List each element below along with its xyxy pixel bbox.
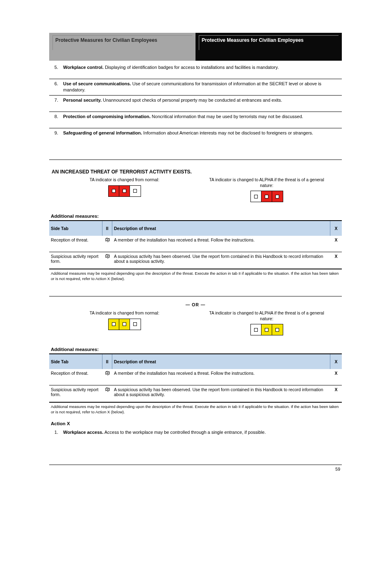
action-x-heading: Action X (51, 421, 342, 426)
dot-icon (275, 195, 279, 198)
cell-ii-icon: 卬 (102, 253, 112, 268)
indicator-boxes-left (108, 185, 141, 197)
cell-threat: A suspicious activity has been observed.… (112, 253, 330, 268)
indicator-right-caption: TA indicator is changed to ALPHA if the … (208, 310, 325, 321)
threat-table-b: Side Tab II Description of threat X Rece… (49, 353, 342, 403)
dot-icon (123, 322, 126, 326)
indicator-boxes-right (250, 191, 283, 202)
indicator-left-caption: TA indicator is changed from normal: (66, 310, 183, 316)
cell-threat: A suspicious activity has been observed.… (112, 386, 330, 401)
rule-number: 9. (49, 130, 61, 144)
section-divider (49, 160, 342, 160)
dot-icon (133, 322, 137, 326)
page-root: Protective Measures for Civilian Employe… (0, 0, 391, 496)
cell-threat: A member of the installation has receive… (112, 237, 330, 251)
rule-number: 5. (49, 64, 61, 78)
rule-body: Unannounced spot checks of personal prop… (103, 98, 282, 103)
rule-label: Safeguarding of general information. (63, 130, 142, 135)
dot-icon (112, 322, 116, 326)
th-act: X (330, 221, 342, 236)
dot-icon (112, 189, 116, 193)
indicator-row-red: TA indicator is changed from normal: TA … (49, 177, 342, 202)
indicator-box-yellow (261, 324, 272, 335)
table-footnote-a: Additional measures may be required depe… (49, 271, 342, 281)
th-ii: II (102, 354, 112, 369)
cell-ii-icon: 卬 (102, 386, 112, 401)
dot-icon (254, 195, 258, 198)
rule-row: 9. Safeguarding of general information. … (49, 128, 342, 145)
rule-label: Protection of compromising information. (63, 114, 150, 119)
indicator-row-yellow: TA indicator is changed from normal: TA … (49, 310, 342, 335)
table-header: Side Tab II Description of threat X (49, 221, 342, 236)
cell-act: X (330, 370, 342, 384)
rule-row: 8. Protection of compromising informatio… (49, 112, 342, 128)
rule-number: 6. (49, 81, 61, 94)
indicator-box-yellow (109, 319, 119, 330)
cell-ii-icon: 卬 (102, 237, 112, 251)
tab-left-label: Protective Measures for Civilian Employe… (52, 35, 192, 50)
rule-body: Displaying of identification badges for … (105, 65, 279, 70)
cell-side: Suspicious activity report form. (49, 253, 102, 268)
rule-body: Information about American interests may… (143, 130, 314, 135)
header-tabs: Protective Measures for Civilian Employe… (49, 33, 342, 61)
indicator-box-yellow (119, 319, 130, 330)
cell-side: Reception of threat. (49, 370, 102, 384)
indicator-right: TA indicator is changed to ALPHA if the … (208, 310, 325, 335)
th-side: Side Tab (49, 221, 102, 236)
rule-number: 8. (49, 114, 61, 127)
tab-right: Protective Measures for Civilian Employe… (196, 33, 342, 61)
rule-label: Personal security. (63, 98, 102, 103)
cell-act: X (330, 253, 342, 268)
rules-list: 5. Workplace control. Displaying of iden… (49, 63, 342, 145)
rule-number: 7. (49, 97, 61, 111)
th-ii: II (102, 221, 112, 236)
indicator-box-red (119, 186, 130, 196)
cell-ii-icon: 卬 (102, 370, 112, 384)
tab-left: Protective Measures for Civilian Employe… (49, 33, 196, 61)
indicator-box-red (272, 191, 283, 202)
indicator-boxes-right (250, 324, 283, 335)
cell-act: X (330, 386, 342, 401)
th-act: X (330, 354, 342, 369)
dot-icon (123, 189, 126, 193)
indicator-right-caption: TA indicator is changed to ALPHA if the … (208, 177, 325, 188)
dot-icon (254, 328, 258, 332)
rule-row: 6. Use of secure communications. Use of … (49, 79, 342, 96)
rule-body: Access to the workplace may be controlle… (105, 430, 266, 435)
indicator-box-red (261, 191, 272, 202)
rule-number: 1. (49, 429, 61, 443)
indicator-left: TA indicator is changed from normal: (66, 310, 183, 330)
rule-row: 7. Personal security. Unannounced spot c… (49, 96, 342, 112)
cell-threat: A member of the installation has receive… (112, 370, 330, 384)
table-row: Reception of threat. 卬 A member of the i… (49, 236, 342, 252)
tab-right-label: Protective Measures for Civilian Employe… (199, 35, 339, 50)
table-footnote-b: Additional measures may be required depe… (49, 404, 342, 415)
subhead-additional-a: Additional measures: (51, 214, 342, 219)
indicator-left: TA indicator is changed from normal: (66, 177, 183, 197)
cell-act: X (330, 237, 342, 251)
indicator-box-yellow (272, 324, 283, 335)
rule-label: Workplace control. (63, 65, 104, 70)
dot-icon (275, 328, 279, 332)
rule-label: Use of secure communications. (63, 81, 131, 86)
indicator-box-white (130, 319, 141, 330)
th-side: Side Tab (49, 354, 102, 369)
indicator-box-white (251, 191, 261, 202)
table-row: Suspicious activity report form. 卬 A sus… (49, 252, 342, 269)
cell-side: Suspicious activity report form. (49, 386, 102, 401)
indicator-right: TA indicator is changed to ALPHA if the … (208, 177, 325, 202)
action-x-row: 1. Workplace access. Access to the workp… (49, 428, 342, 444)
th-threat: Description of threat (112, 221, 330, 236)
section-divider (49, 296, 342, 296)
indicator-boxes-left (108, 319, 141, 330)
rule-label: Workplace access. (63, 430, 103, 435)
dot-icon (265, 195, 268, 198)
table-header: Side Tab II Description of threat X (49, 354, 342, 369)
threat-table-a: Side Tab II Description of threat X Rece… (49, 220, 342, 269)
rule-body: Noncritical information that may be used… (152, 114, 303, 119)
cell-side: Reception of threat. (49, 237, 102, 251)
dot-icon (265, 328, 268, 332)
indicator-box-red (109, 186, 119, 196)
table-row: Reception of threat. 卬 A member of the i… (49, 369, 342, 385)
th-threat: Description of threat (112, 354, 330, 369)
